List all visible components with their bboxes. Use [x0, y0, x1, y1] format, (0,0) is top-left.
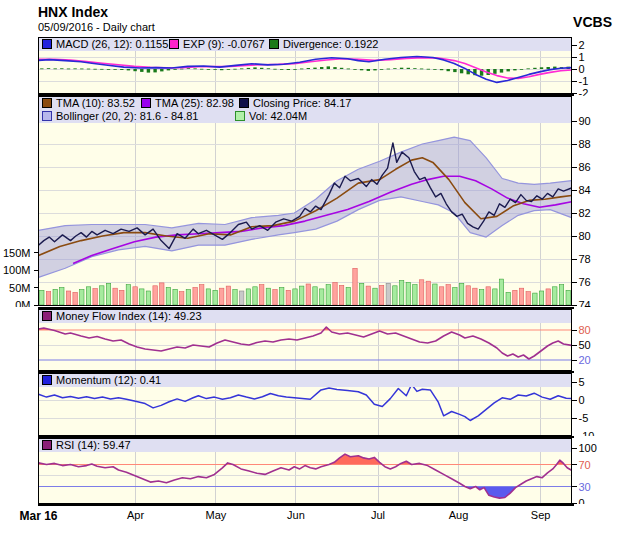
hnx-stock-chart: HNX Index 05/09/2016 - Daily chart VCBS …	[0, 0, 620, 535]
rsi-legend: RSI (14): 59.47	[39, 439, 571, 452]
x-axis-label: Sep	[531, 509, 551, 521]
legend-label: Closing Price: 84.17	[253, 97, 351, 109]
legend-swatch-icon	[269, 39, 279, 49]
legend-swatch-icon	[169, 39, 179, 49]
macd-legend: MACD (26, 12): 0.1155EXP (9): -0.0767Div…	[39, 38, 571, 51]
chart-subtitle: 05/09/2016 - Daily chart	[38, 21, 155, 33]
x-axis-label: Jun	[287, 509, 305, 521]
svg-text:80: 80	[579, 324, 591, 336]
x-axis-label: Apr	[127, 509, 144, 521]
legend-swatch-icon	[235, 111, 245, 121]
legend-item: TMA (25): 82.98	[141, 97, 234, 110]
svg-text:2: 2	[579, 39, 585, 51]
legend-item: EXP (9): -0.0767	[169, 38, 265, 51]
x-axis-line	[38, 504, 574, 506]
svg-text:0: 0	[579, 63, 585, 75]
legend-item: MACD (26, 12): 0.1155	[42, 38, 168, 51]
mfi-legend: Money Flow Index (14): 49.23	[39, 310, 571, 323]
legend-label: Money Flow Index (14): 49.23	[56, 310, 202, 322]
legend-label: Momentum (12): 0.41	[56, 374, 161, 386]
legend-label: TMA (10): 83.52	[56, 97, 135, 109]
legend-label: EXP (9): -0.0767	[183, 38, 265, 50]
legend-item: Closing Price: 84.17	[239, 97, 351, 110]
svg-text:-5: -5	[579, 412, 589, 424]
svg-text:20: 20	[579, 354, 591, 366]
legend-swatch-icon	[42, 111, 52, 121]
svg-text:1: 1	[579, 51, 585, 63]
legend-item: Money Flow Index (14): 49.23	[42, 310, 202, 323]
legend-item: Momentum (12): 0.41	[42, 374, 161, 387]
legend-label: MACD (26, 12): 0.1155	[56, 38, 168, 50]
legend-label: Divergence: 0.1922	[283, 38, 378, 50]
svg-text:30: 30	[579, 481, 591, 493]
svg-text:82: 82	[579, 207, 591, 219]
x-axis-label: Jul	[371, 509, 385, 521]
svg-text:5: 5	[579, 376, 585, 388]
svg-text:0: 0	[579, 497, 585, 504]
legend-swatch-icon	[42, 311, 52, 321]
legend-item: Bollinger (20, 2): 81.6 - 84.81	[42, 110, 198, 123]
svg-text:50M: 50M	[9, 282, 30, 294]
legend-item: Divergence: 0.1922	[269, 38, 378, 51]
legend-swatch-icon	[42, 440, 52, 450]
legend-swatch-icon	[42, 39, 52, 49]
svg-text:100M: 100M	[3, 264, 31, 276]
svg-text:76: 76	[579, 276, 591, 288]
svg-text:-1: -1	[579, 75, 589, 87]
price-legend-row2: Bollinger (20, 2): 81.6 - 84.81Vol: 42.0…	[39, 110, 571, 123]
svg-text:0M: 0M	[15, 299, 30, 307]
x-axis-label: Aug	[449, 509, 469, 521]
svg-text:0: 0	[579, 394, 585, 406]
momentum-legend: Momentum (12): 0.41	[39, 374, 571, 387]
svg-text:86: 86	[579, 161, 591, 173]
legend-label: TMA (25): 82.98	[155, 97, 234, 109]
legend-item: TMA (10): 83.52	[42, 97, 135, 110]
svg-text:90: 90	[579, 115, 591, 127]
x-axis-label: May	[206, 509, 227, 521]
x-axis-label: Mar 16	[19, 509, 57, 523]
svg-text:78: 78	[579, 253, 591, 265]
legend-label: RSI (14): 59.47	[56, 439, 131, 451]
price-legend-row1: TMA (10): 83.52TMA (25): 82.98Closing Pr…	[39, 97, 571, 110]
legend-swatch-icon	[42, 98, 52, 108]
svg-text:150M: 150M	[3, 247, 31, 259]
svg-text:88: 88	[579, 138, 591, 150]
svg-text:-2: -2	[579, 87, 589, 96]
legend-label: Vol: 42.04M	[249, 110, 307, 122]
brand-logo: VCBS	[573, 14, 612, 30]
legend-label: Bollinger (20, 2): 81.6 - 84.81	[56, 110, 198, 122]
legend-swatch-icon	[141, 98, 151, 108]
svg-text:74: 74	[579, 299, 591, 307]
svg-text:84: 84	[579, 184, 591, 196]
page-title: HNX Index	[38, 4, 108, 20]
svg-text:100: 100	[579, 442, 597, 454]
svg-text:70: 70	[579, 459, 591, 471]
svg-text:80: 80	[579, 230, 591, 242]
legend-swatch-icon	[42, 375, 52, 385]
legend-swatch-icon	[239, 98, 249, 108]
svg-text:50: 50	[579, 339, 591, 351]
legend-item: RSI (14): 59.47	[42, 439, 131, 452]
price-panel: 908886848280787674150M100M50M0M	[0, 96, 620, 307]
legend-item: Vol: 42.04M	[235, 110, 307, 123]
svg-text:-10: -10	[579, 430, 595, 436]
